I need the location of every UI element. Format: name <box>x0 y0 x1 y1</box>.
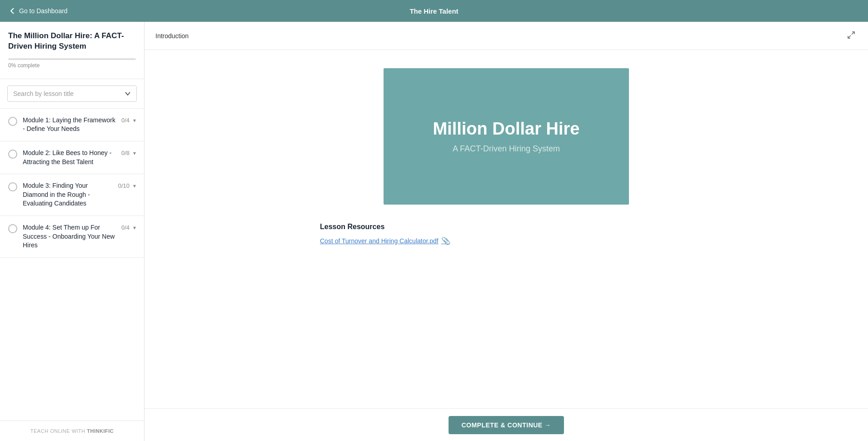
module-count-4: 0/4 <box>121 224 130 231</box>
module-radio-1 <box>8 117 17 126</box>
chevron-icon-1: ▾ <box>133 117 136 124</box>
course-title: The Million Dollar Hire: A FACT-Driven H… <box>8 31 136 52</box>
module-list: Module 1: Laying the Framework - Define … <box>0 109 144 421</box>
section-label: Introduction <box>155 32 189 40</box>
svg-line-1 <box>848 35 851 38</box>
module-radio-2 <box>8 150 17 159</box>
progress-bar-bg <box>8 58 136 60</box>
resources-section: Lesson Resources Cost of Turnover and Hi… <box>302 223 711 245</box>
progress-bar-wrap: 0% complete <box>8 58 136 69</box>
chevron-icon-2: ▾ <box>133 150 136 156</box>
expand-button[interactable] <box>845 29 857 42</box>
module-item[interactable]: Module 3: Finding Your Diamond in the Ro… <box>0 174 144 216</box>
content-header: Introduction <box>145 22 868 50</box>
module-name-2: Module 2: Like Bees to Honey - Attractin… <box>23 149 116 166</box>
search-section: Search by lesson title <box>0 79 144 109</box>
module-info-3: Module 3: Finding Your Diamond in the Ro… <box>23 181 113 208</box>
chevron-icon-3: ▾ <box>133 183 136 189</box>
svg-line-0 <box>852 32 854 35</box>
module-item[interactable]: Module 2: Like Bees to Honey - Attractin… <box>0 141 144 174</box>
footer-brand: THINKIFIC <box>87 428 114 434</box>
chevron-down-icon <box>125 90 131 97</box>
content-area: Introduction Million Dollar Hire A FACT-… <box>145 22 868 441</box>
top-header: Go to Dashboard The Hire Talent <box>0 0 868 22</box>
sidebar-footer: TEACH ONLINE WITH THINKIFIC <box>0 421 144 441</box>
module-radio-3 <box>8 182 17 191</box>
search-lesson-dropdown[interactable]: Search by lesson title <box>7 85 137 102</box>
bottom-bar: COMPLETE & CONTINUE → <box>145 408 868 441</box>
thumbnail-title: Million Dollar Hire <box>433 119 579 139</box>
module-radio-4 <box>8 224 17 233</box>
module-right-1: 0/4 ▾ <box>121 117 136 124</box>
back-to-dashboard-link[interactable]: Go to Dashboard <box>9 7 68 15</box>
resources-title: Lesson Resources <box>320 223 693 231</box>
module-info-1: Module 1: Laying the Framework - Define … <box>23 116 116 134</box>
module-count-3: 0/10 <box>118 182 130 189</box>
course-thumbnail: Million Dollar Hire A FACT-Driven Hiring… <box>384 68 629 205</box>
resource-link-label: Cost of Turnover and Hiring Calculator.p… <box>320 237 439 245</box>
resource-link-pdf[interactable]: Cost of Turnover and Hiring Calculator.p… <box>320 236 693 245</box>
module-info-2: Module 2: Like Bees to Honey - Attractin… <box>23 149 116 166</box>
chevron-left-icon <box>9 7 16 15</box>
progress-text: 0% complete <box>8 62 136 69</box>
complete-continue-button[interactable]: COMPLETE & CONTINUE → <box>449 416 564 434</box>
module-count-1: 0/4 <box>121 117 130 124</box>
module-right-4: 0/4 ▾ <box>121 224 136 231</box>
back-label: Go to Dashboard <box>19 7 68 15</box>
module-item[interactable]: Module 1: Laying the Framework - Define … <box>0 109 144 141</box>
header-title: The Hire Talent <box>409 7 458 15</box>
module-right-2: 0/8 ▾ <box>121 150 136 156</box>
sidebar-top: The Million Dollar Hire: A FACT-Driven H… <box>0 22 144 79</box>
content-body: Million Dollar Hire A FACT-Driven Hiring… <box>145 50 868 408</box>
search-placeholder: Search by lesson title <box>13 90 74 97</box>
chevron-icon-4: ▾ <box>133 225 136 231</box>
module-info-4: Module 4: Set Them up For Success - Onbo… <box>23 223 116 250</box>
expand-icon <box>847 31 855 39</box>
footer-prefix: TEACH ONLINE WITH <box>30 428 85 434</box>
module-right-3: 0/10 ▾ <box>118 182 136 189</box>
module-item[interactable]: Module 4: Set Them up For Success - Onbo… <box>0 216 144 258</box>
pdf-icon: 📎 <box>441 236 450 245</box>
module-name-4: Module 4: Set Them up For Success - Onbo… <box>23 223 116 250</box>
thumbnail-subtitle: A FACT-Driven Hiring System <box>453 144 560 154</box>
sidebar: The Million Dollar Hire: A FACT-Driven H… <box>0 22 145 441</box>
module-name-1: Module 1: Laying the Framework - Define … <box>23 116 116 134</box>
module-name-3: Module 3: Finding Your Diamond in the Ro… <box>23 181 113 208</box>
module-count-2: 0/8 <box>121 150 130 156</box>
